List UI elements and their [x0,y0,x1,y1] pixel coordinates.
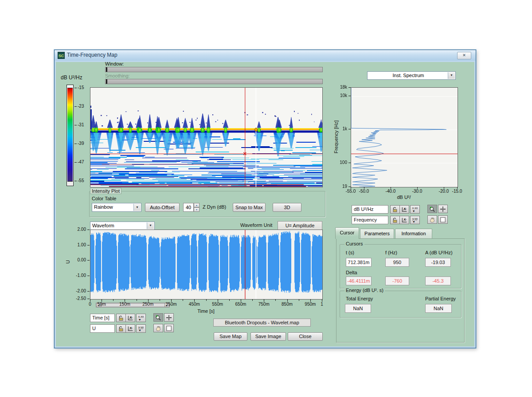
tab-cursor[interactable]: Cursor [335,227,359,239]
delta-a-value[interactable]: -45.3 [425,276,451,285]
y-format-button-right[interactable]: y.yy▼ [410,216,420,224]
db-scale-name-field[interactable]: dB U²/Hz [352,205,388,214]
waveform-y-tick [87,230,90,230]
partial-energy-label: Partial Energy [425,296,456,301]
waveform-plot[interactable] [90,230,323,300]
frequency-scale-name-field[interactable]: Frequency [352,216,388,224]
save-map-button[interactable]: Save Map [214,332,247,341]
waveform-x-tick [252,299,253,301]
spinner-up-icon[interactable]: ▲ [194,203,200,207]
partial-energy-value[interactable]: NaN [425,304,452,313]
zdyn-value[interactable]: 40 [183,203,194,212]
titlebar[interactable]: SC Time-Frequency Map × [55,50,476,61]
close-dialog-button[interactable]: Close [288,332,323,341]
spectrum-canvas[interactable] [351,88,458,187]
chevron-down-icon[interactable]: ▼ [448,72,455,79]
spectrum-x-tick-label: -50.0 [355,189,373,194]
colorbar-tick [74,88,77,88]
delta-label: Delta [346,270,357,275]
y-autoscale-button-bottom[interactable]: Y [125,324,135,333]
zoom-tool-button-right[interactable] [427,205,437,213]
waveform-x-tick [299,299,299,301]
spectrum-y-tick [348,96,351,96]
chevron-down-icon[interactable]: ▼ [147,222,154,229]
x-scale-name-field[interactable]: Time [s] [90,314,115,322]
lock-icon-bottom[interactable] [116,324,126,333]
colorbar-tick-label: -47 [78,160,84,164]
spectrogram-plot[interactable] [90,87,323,187]
y-format-button-bottom[interactable]: y.yy▼ [136,324,146,333]
lock-icon-bottom[interactable] [116,314,126,322]
waveform-x-tick-label: 750m [255,302,273,307]
svg-text:Y: Y [130,326,132,329]
spectrogram-canvas[interactable] [90,88,322,187]
x-autoscale-button-right[interactable]: X [399,205,409,214]
waveform-y-axis-label: U [65,260,70,264]
total-energy-label: Total Energy [346,296,373,301]
pan-tool-button-bottom[interactable] [153,324,163,332]
marker-color-box-bottom[interactable] [164,324,174,332]
waveform-y-tick-label: -2.00 [71,288,86,293]
cursor-tool-button-right[interactable] [438,205,448,213]
window-slider-label: Window: [105,61,124,66]
waveform-x-tick-label: 650m [232,302,250,307]
delta-t-value[interactable]: -46.4111m [346,276,372,285]
x-autoscale-button-bottom[interactable]: X [125,314,135,322]
total-energy-value[interactable]: NaN [345,304,371,313]
auto-offset-button[interactable]: Auto-Offset [145,203,180,212]
svg-text:X: X [130,315,132,319]
y-scale-name-field[interactable]: U [90,324,115,333]
snap-to-max-button[interactable]: Snap to Max [233,203,266,212]
waveform-select[interactable]: Waveform ▼ [90,222,155,230]
delta-f-value[interactable]: -760 [385,276,409,285]
threed-button[interactable]: 3D [273,203,301,212]
waveform-x-tick-label: 250m [139,302,157,307]
spectrum-y-tick [348,129,351,129]
file-name-display: Bluetooth Dropouts - Wavelet.map [213,319,311,327]
chevron-down-icon[interactable]: ▼ [133,204,141,211]
colorbar[interactable] [66,85,74,186]
colorbar-gradient [67,88,73,181]
zdyn-label: Z Dyn (dB) [203,204,226,210]
tab-information[interactable]: Information [395,229,432,239]
app-icon: SC [58,52,65,59]
waveform-x-tick-label: 550m [209,302,227,307]
spectrum-plot[interactable] [351,87,458,187]
x-format-button-right[interactable]: x.xx▼ [410,205,420,214]
color-table-label: Color Table [92,196,116,201]
spectrum-mode-select[interactable]: Inst. Spectrum ▼ [367,71,456,80]
waveform-x-tick [113,299,113,301]
x-format-button-bottom[interactable]: x.xx▼ [136,314,146,322]
lock-icon-right[interactable] [390,216,400,224]
spectrum-y-tick-label: 18k [334,85,347,90]
colorbar-tick-label: -15 [78,85,84,90]
color-table-select[interactable]: Rainbow ▼ [92,203,141,212]
save-image-button[interactable]: Save Image [250,332,286,341]
zoom-tool-button-bottom[interactable] [153,313,163,322]
zdyn-spinner[interactable]: 40 ▲ ▼ [183,203,200,212]
f-value[interactable]: 950 [385,258,409,267]
waveform-y-tick-label: 0.00 [71,257,86,262]
window-slider[interactable] [105,67,323,72]
spinner-down-icon[interactable]: ▼ [194,207,200,212]
spectrum-mode-value: Inst. Spectrum [369,73,447,78]
close-icon[interactable]: × [457,52,471,59]
lock-icon-right[interactable] [390,205,400,214]
intensity-plot-group-label: Intensity Plot [90,188,121,194]
waveform-y-tick [87,276,90,276]
waveform-x-tick-label: 150m [116,302,133,307]
waveform-y-tick [87,299,90,299]
waveform-x-tick [160,299,160,301]
tab-parameters[interactable]: Parameters [360,229,394,239]
t-value[interactable]: 712.381m [346,258,372,267]
spectrum-y-tick-label: 100 [334,160,347,165]
waveform-canvas[interactable] [90,230,322,299]
a-value[interactable]: -19.03 [425,258,451,267]
waveform-x-tick [183,299,183,301]
cursor-tool-button-bottom[interactable] [164,313,174,322]
marker-color-box-right[interactable] [438,215,448,224]
pan-tool-button-right[interactable] [427,215,437,224]
svg-text:X: X [404,207,406,210]
y-autoscale-button-right[interactable]: Y [399,216,409,224]
smoothing-slider[interactable] [105,79,323,84]
